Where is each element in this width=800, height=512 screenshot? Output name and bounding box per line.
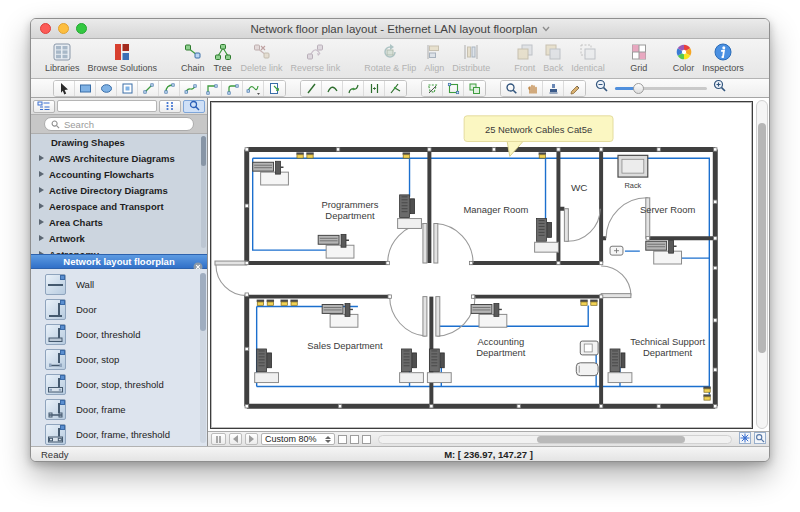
reshape-tool[interactable] [422, 81, 443, 96]
color-button[interactable]: Color [669, 41, 699, 74]
front-button[interactable]: Front [510, 41, 539, 74]
library-search-button[interactable] [183, 100, 205, 113]
minimize-window-button[interactable] [58, 23, 69, 34]
view-mode-button-2[interactable] [350, 435, 359, 444]
select-area-tool[interactable] [443, 81, 464, 96]
zoom-slider-track[interactable] [615, 87, 707, 90]
shape-list-scrollbar-thumb[interactable] [200, 273, 206, 331]
shape-item-door-frame[interactable]: Door, frame [31, 397, 207, 422]
category-scrollbar-thumb[interactable] [201, 136, 206, 166]
rotate-flip-button[interactable]: Rotate & Flip [360, 41, 420, 74]
shape-item-door-stop[interactable]: Door, stop [31, 347, 207, 372]
back-button[interactable]: Back [539, 41, 567, 74]
search-box[interactable] [44, 117, 194, 131]
arc-tool[interactable] [322, 81, 343, 96]
search-view-icon [189, 97, 200, 115]
tree-button[interactable]: Tree [209, 41, 237, 74]
frame-tool[interactable] [117, 81, 138, 96]
zoom-tool[interactable] [501, 81, 522, 96]
zoom-out-icon[interactable] [595, 79, 609, 97]
rectangle-tool[interactable] [75, 81, 96, 96]
bezier-connector-tool[interactable] [180, 81, 201, 96]
line-tool[interactable] [301, 81, 322, 96]
disclosure-triangle-icon[interactable] [39, 171, 44, 177]
shape-item-wall[interactable]: Wall [31, 272, 207, 297]
printer[interactable] [580, 341, 598, 355]
shape-item-door[interactable]: Door [31, 297, 207, 322]
zoom-slider-thumb[interactable] [633, 83, 644, 94]
previous-page-button[interactable] [229, 433, 242, 445]
shape-item-door-frame-threshold[interactable]: Door, frame, threshold [31, 422, 207, 446]
curve-connector-tool[interactable] [243, 81, 264, 96]
scanner[interactable] [576, 363, 598, 376]
align-button[interactable]: Align [420, 41, 448, 74]
shape-item-door-stop-threshold[interactable]: Door, stop, threshold [31, 372, 207, 397]
smart-shape-tool[interactable] [264, 81, 285, 96]
pointer-tool[interactable] [54, 81, 75, 96]
library-grid-view-button[interactable] [159, 100, 181, 113]
delete-link-button[interactable]: Delete link [237, 41, 287, 74]
rightangle-connector-tool[interactable] [201, 81, 222, 96]
horizontal-scrollbar-thumb[interactable] [537, 436, 685, 443]
zoom-window-button[interactable] [76, 23, 87, 34]
disclosure-triangle-icon[interactable] [39, 187, 44, 193]
move-node-tool[interactable] [364, 81, 385, 96]
view-mode-button-3[interactable] [362, 435, 371, 444]
chain-button[interactable]: Chain [177, 41, 209, 74]
reverse-link-button[interactable]: Reverse link [287, 41, 345, 74]
distribute-button[interactable]: Distribute [448, 41, 494, 74]
vertical-scrollbar-thumb[interactable] [758, 123, 766, 353]
disclosure-triangle-icon[interactable] [39, 235, 44, 241]
room-label-tech-support: Technical Support [630, 336, 705, 347]
drawing-page[interactable]: Programmers Department Manager Room WC S… [210, 101, 753, 429]
previous-page-icon [233, 435, 238, 443]
library-list-view-button[interactable] [33, 100, 55, 113]
title-chevron-down-icon[interactable] [542, 24, 550, 34]
close-window-button[interactable] [40, 23, 51, 34]
pan-hand-tool[interactable] [522, 81, 543, 96]
disclosure-triangle-icon[interactable] [39, 155, 44, 161]
arc-connector-tool[interactable] [159, 81, 180, 96]
sidebar-item-aws[interactable]: AWS Architecture Diagrams [31, 150, 207, 166]
sidebar-item-aerospace[interactable]: Aerospace and Transport [31, 198, 207, 214]
group-tool[interactable] [464, 81, 485, 96]
zoom-stepper-icon[interactable] [325, 436, 331, 443]
disclosure-triangle-icon[interactable] [39, 219, 44, 225]
browse-solutions-button[interactable]: Browse Solutions [84, 41, 162, 74]
vertical-scrollbar[interactable] [756, 100, 768, 429]
pencil-tool[interactable] [564, 81, 585, 96]
freeform-tool[interactable] [385, 81, 406, 96]
stamp-tool[interactable] [543, 81, 564, 96]
direct-connector-tool[interactable] [138, 81, 159, 96]
drawing-canvas[interactable]: Programmers Department Manager Room WC S… [208, 98, 769, 431]
zoom-in-icon[interactable] [713, 79, 727, 97]
zoom-level-select[interactable]: Custom 80% [261, 433, 335, 445]
sidebar-item-astronomy[interactable]: Astronomy [31, 246, 207, 254]
view-mode-button-1[interactable] [338, 435, 347, 444]
spline-tool[interactable] [343, 81, 364, 96]
next-page-button[interactable] [245, 433, 258, 445]
canvas-footer-bar: Custom 80% [208, 431, 769, 446]
ellipse-tool[interactable] [96, 81, 117, 96]
app-window: Network floor plan layout - Ethernet LAN… [30, 18, 770, 462]
active-library-header[interactable]: Network layout floorplan [31, 254, 207, 269]
sidebar-item-artwork[interactable]: Artwork [31, 230, 207, 246]
sidebar-item-area-charts[interactable]: Area Charts [31, 214, 207, 230]
sidebar-filter-field[interactable] [57, 100, 157, 112]
delete-link-icon [252, 41, 272, 63]
grid-button[interactable]: Grid [625, 41, 653, 74]
server-rack[interactable] [618, 155, 648, 177]
wall-outlet-box[interactable] [610, 246, 623, 255]
sidebar-item-accounting[interactable]: Accounting Flowcharts [31, 166, 207, 182]
shape-item-door-threshold[interactable]: Door, threshold [31, 322, 207, 347]
search-input[interactable] [64, 119, 187, 130]
chain-icon [183, 41, 203, 63]
inspectors-button[interactable]: Inspectors [698, 41, 748, 74]
rounded-connector-tool[interactable] [222, 81, 243, 96]
identical-button[interactable]: Identical [567, 41, 609, 74]
disclosure-triangle-icon[interactable] [39, 203, 44, 209]
libraries-button[interactable]: Libraries [41, 41, 84, 74]
horizontal-scrollbar[interactable] [378, 435, 732, 444]
sidebar-item-active-directory[interactable]: Active Directory Diagrams [31, 182, 207, 198]
pane-splitter-handle[interactable] [211, 433, 226, 445]
